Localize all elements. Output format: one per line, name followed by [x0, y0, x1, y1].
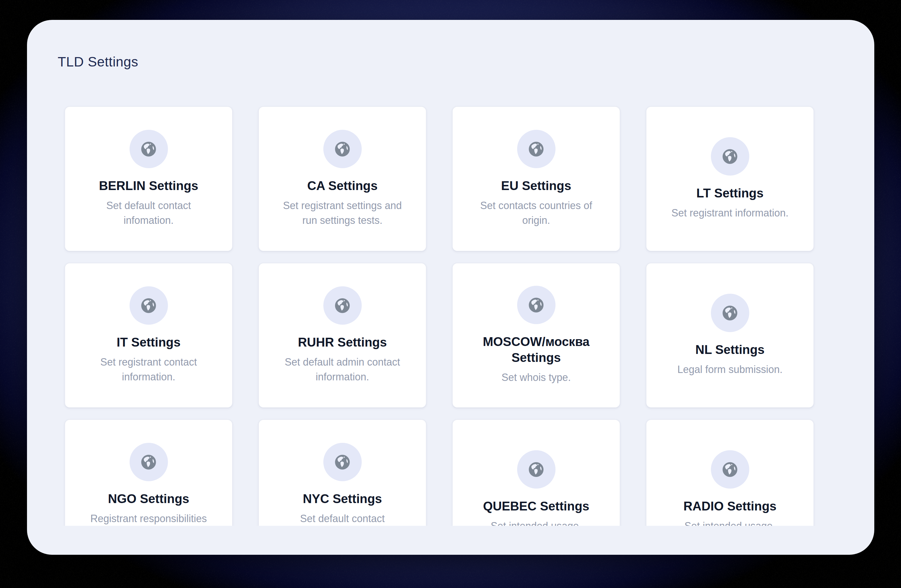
card-title: LT Settings: [697, 185, 764, 201]
card-description: Set default admin contact information.: [278, 355, 407, 384]
card-description: Legal form submission.: [677, 362, 783, 377]
tld-card-grid: BERLIN Settings Set default contact info…: [64, 106, 874, 526]
card-description: Set default contact infomation.: [84, 198, 213, 228]
globe-icon: [526, 295, 546, 315]
globe-icon-badge: [129, 443, 168, 481]
globe-icon-badge: [711, 137, 749, 176]
globe-icon: [139, 296, 159, 316]
tld-card-radio[interactable]: RADIO Settings Set intended usage.: [646, 419, 814, 526]
globe-icon-badge: [711, 294, 749, 332]
globe-icon-badge: [711, 450, 749, 488]
globe-icon-badge: [323, 443, 362, 481]
globe-icon: [526, 139, 546, 159]
globe-icon: [720, 460, 740, 479]
card-title: RUHR Settings: [298, 334, 387, 350]
tld-card-eu[interactable]: EU Settings Set contacts countries of or…: [452, 106, 620, 251]
tld-settings-scroll-area[interactable]: TLD Settings BERLIN Settings Set default…: [27, 20, 874, 526]
card-description: Set intended usage.: [491, 519, 581, 526]
card-description: Set registrant settings and run settings…: [278, 198, 407, 228]
globe-icon: [526, 460, 546, 479]
card-description: Registrant responsibilities and requirem…: [84, 511, 213, 526]
card-title: CA Settings: [307, 178, 377, 194]
card-description: Set registrant information.: [672, 206, 789, 221]
globe-icon-badge: [517, 130, 555, 168]
tld-card-lt[interactable]: LT Settings Set registrant information.: [646, 106, 814, 251]
tld-card-nyc[interactable]: NYC Settings Set default contact informa…: [258, 419, 427, 526]
tld-card-moscow[interactable]: MOSCOW/москва Settings Set whois type.: [452, 263, 620, 408]
card-title: IT Settings: [117, 334, 181, 350]
card-description: Set default contact information.: [278, 511, 407, 526]
card-description: Set intended usage.: [684, 519, 775, 526]
globe-icon: [139, 452, 159, 472]
card-title: EU Settings: [501, 178, 571, 194]
card-title: MOSCOW/москва Settings: [464, 334, 608, 366]
tld-card-nl[interactable]: NL Settings Legal form submission.: [646, 263, 814, 408]
card-title: NL Settings: [695, 342, 765, 358]
globe-icon-badge: [323, 130, 362, 168]
card-title: NGO Settings: [108, 491, 189, 507]
tld-card-ca[interactable]: CA Settings Set registrant settings and …: [258, 106, 427, 251]
globe-icon: [332, 452, 352, 472]
globe-icon-badge: [517, 450, 555, 488]
page-title: TLD Settings: [58, 53, 874, 71]
globe-icon: [720, 303, 740, 323]
globe-icon-badge: [323, 286, 362, 325]
card-title: RADIO Settings: [683, 498, 776, 514]
screen: { "page": { "title": "TLD Settings" }, "…: [0, 0, 901, 588]
tld-card-ngo[interactable]: NGO Settings Registrant responsibilities…: [64, 419, 233, 526]
card-title: BERLIN Settings: [99, 178, 198, 194]
globe-icon: [332, 296, 352, 316]
globe-icon-badge: [517, 286, 555, 324]
card-description: Set contacts countries of origin.: [472, 198, 600, 228]
tld-card-berlin[interactable]: BERLIN Settings Set default contact info…: [64, 106, 233, 251]
globe-icon: [332, 139, 352, 159]
tld-card-ruhr[interactable]: RUHR Settings Set default admin contact …: [258, 263, 427, 408]
tld-card-it[interactable]: IT Settings Set registrant contact infor…: [64, 263, 233, 408]
tld-settings-panel: TLD Settings BERLIN Settings Set default…: [27, 20, 874, 555]
card-title: QUEBEC Settings: [483, 498, 589, 514]
globe-icon: [720, 146, 740, 166]
globe-icon-badge: [129, 130, 168, 168]
globe-icon: [139, 139, 159, 159]
globe-icon-badge: [129, 286, 168, 325]
card-title: NYC Settings: [303, 491, 382, 507]
card-description: Set registrant contact information.: [84, 355, 213, 384]
card-description: Set whois type.: [502, 370, 571, 385]
tld-card-quebec[interactable]: QUEBEC Settings Set intended usage.: [452, 419, 620, 526]
